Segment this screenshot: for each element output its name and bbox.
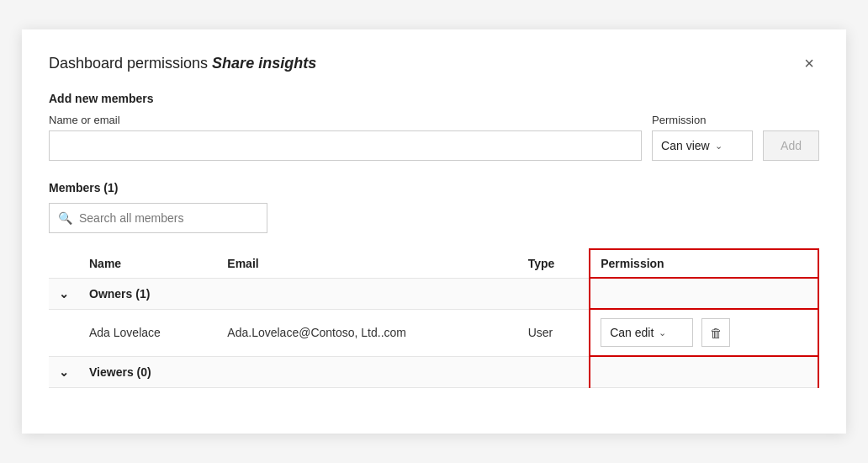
delete-button[interactable]: 🗑 — [701, 318, 730, 347]
add-member-row: Name or email Permission Can view ⌄ Add — [49, 114, 819, 161]
group-permission-viewers — [590, 356, 818, 387]
modal-header: Dashboard permissions Share insights × — [49, 53, 819, 73]
modal-title-static: Dashboard permissions — [49, 55, 208, 72]
row-permission: Can edit ⌄ 🗑 — [590, 309, 818, 356]
th-email: Email — [217, 249, 517, 278]
group-name-viewers: Viewers (0) — [79, 356, 590, 387]
add-members-section-label: Add new members — [49, 92, 819, 105]
permission-dropdown[interactable]: Can view ⌄ — [652, 130, 753, 161]
table-row: Ada Lovelace Ada.Lovelace@Contoso, Ltd..… — [49, 309, 818, 356]
permission-label: Permission — [652, 114, 753, 126]
members-table: Name Email Type Permission ⌄ Owners (1) … — [49, 248, 819, 388]
row-email: Ada.Lovelace@Contoso, Ltd..com — [217, 309, 517, 356]
group-permission-owners — [590, 278, 818, 309]
row-indent — [49, 309, 79, 356]
group-row-owners: ⌄ Owners (1) — [49, 278, 818, 309]
members-section: Members (1) 🔍 Name Email Type Permission… — [49, 181, 819, 388]
add-button[interactable]: Add — [763, 130, 819, 161]
group-chevron-owners[interactable]: ⌄ — [49, 278, 79, 309]
delete-icon: 🗑 — [710, 326, 722, 340]
th-type: Type — [518, 249, 590, 278]
can-edit-dropdown[interactable]: Can edit ⌄ — [601, 318, 693, 347]
permission-actions: Can edit ⌄ 🗑 — [601, 318, 807, 347]
name-email-input[interactable] — [49, 130, 642, 161]
group-row-viewers: ⌄ Viewers (0) — [49, 356, 818, 387]
row-type: User — [518, 309, 590, 356]
th-permission: Permission — [590, 249, 818, 278]
modal-title-italic: Share insights — [212, 55, 316, 72]
table-header-row: Name Email Type Permission — [49, 249, 818, 278]
search-input[interactable] — [79, 211, 258, 225]
can-edit-value: Can edit — [610, 326, 654, 339]
group-name-owners: Owners (1) — [79, 278, 590, 309]
row-name: Ada Lovelace — [79, 309, 217, 356]
search-box: 🔍 — [49, 203, 267, 233]
dashboard-permissions-modal: Dashboard permissions Share insights × A… — [22, 29, 846, 434]
permission-group: Permission Can view ⌄ — [652, 114, 753, 161]
name-email-field-group: Name or email — [49, 114, 642, 161]
permission-selected-value: Can view — [661, 139, 710, 152]
can-edit-chevron-icon: ⌄ — [659, 327, 666, 338]
permission-chevron-icon: ⌄ — [715, 141, 722, 152]
members-section-label: Members (1) — [49, 181, 819, 194]
th-chevron — [49, 249, 79, 278]
close-button[interactable]: × — [799, 53, 819, 73]
name-email-label: Name or email — [49, 114, 642, 126]
search-icon: 🔍 — [58, 211, 72, 225]
modal-title: Dashboard permissions Share insights — [49, 55, 316, 72]
group-chevron-viewers[interactable]: ⌄ — [49, 356, 79, 387]
th-name: Name — [79, 249, 217, 278]
